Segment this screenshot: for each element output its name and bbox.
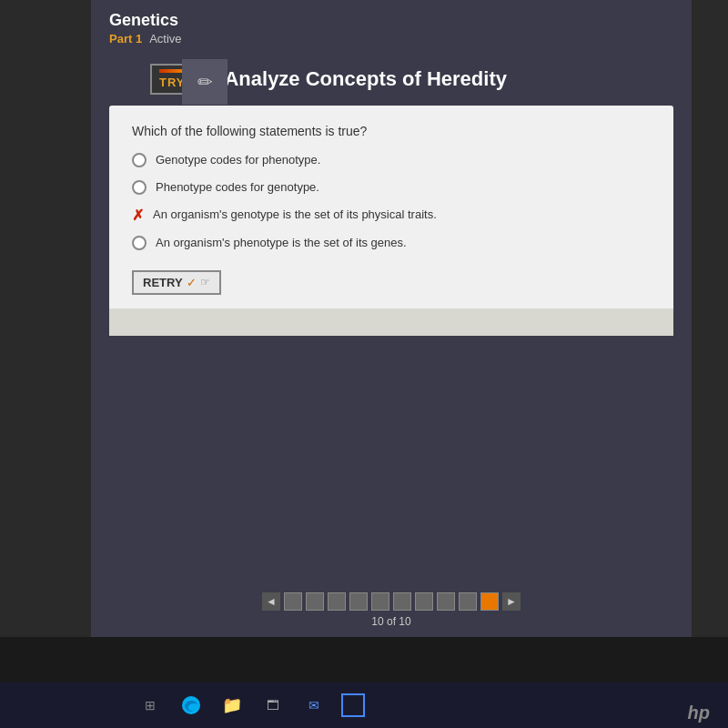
- header-subtitle: Part 1 Active: [109, 32, 673, 46]
- nav-dot-7[interactable]: [415, 592, 433, 611]
- question-text: Which of the following statements is tru…: [132, 124, 651, 138]
- nav-dot-4[interactable]: [349, 592, 368, 611]
- option-text-2: Phenotype codes for genotype.: [156, 179, 319, 196]
- hp-logo: hp: [688, 703, 710, 723]
- navigation-bar: ◄ ► 10 of 10: [91, 583, 692, 637]
- retry-check-icon: ✓: [187, 276, 197, 289]
- wrong-answer-icon: ✗: [132, 207, 144, 224]
- part-label: Part 1: [109, 32, 142, 46]
- pencil-icon-area: ✏: [182, 59, 228, 105]
- status-label: Active: [149, 32, 181, 46]
- nav-dot-9[interactable]: [459, 592, 477, 611]
- option-row-2[interactable]: Phenotype codes for genotype.: [132, 179, 651, 196]
- banner-title: Analyze Concepts of Heredity: [224, 67, 507, 91]
- taskbar-icon-system[interactable]: 🗔: [259, 692, 287, 719]
- radio-option-4[interactable]: [132, 236, 147, 250]
- retry-label: RETRY: [143, 276, 183, 289]
- taskbar-icon-app[interactable]: [341, 693, 365, 717]
- prev-button[interactable]: ◄: [262, 592, 280, 611]
- nav-dots-container: ◄ ►: [262, 592, 521, 611]
- option-text-4: An organism's phenotype is the set of it…: [156, 235, 407, 251]
- taskbar-icon-edge[interactable]: [177, 692, 205, 719]
- pencil-icon: ✏: [197, 71, 213, 93]
- radio-option-2[interactable]: [132, 180, 147, 195]
- try-it-banner: TRY IT Analyze Concepts of Heredity: [91, 53, 692, 106]
- nav-dot-6[interactable]: [393, 592, 411, 611]
- taskbar: ⊞ 📁 🗔 ✉: [0, 682, 728, 728]
- option-row-4[interactable]: An organism's phenotype is the set of it…: [132, 235, 651, 251]
- nav-dot-8[interactable]: [437, 592, 455, 611]
- content-area: Genetics Part 1 Active ✏ TRY IT Analyze …: [91, 0, 692, 637]
- quiz-card: Which of the following statements is tru…: [109, 106, 673, 336]
- header: Genetics Part 1 Active: [91, 0, 692, 53]
- card-bottom-divider: [109, 308, 673, 336]
- option-row-3[interactable]: ✗ An organism's genotype is the set of i…: [132, 207, 651, 224]
- cursor-icon: ☞: [200, 276, 210, 288]
- nav-dot-10[interactable]: [480, 592, 499, 611]
- nav-dot-1[interactable]: [284, 592, 302, 611]
- option-text-1: Genotype codes for phenotype.: [156, 152, 320, 168]
- page-count: 10 of 10: [371, 615, 410, 628]
- nav-dot-5[interactable]: [371, 592, 389, 611]
- retry-button[interactable]: RETRY ✓ ☞: [132, 270, 221, 295]
- next-button[interactable]: ►: [502, 592, 521, 611]
- taskbar-icon-folder[interactable]: 📁: [218, 692, 246, 719]
- option-text-3: An organism's genotype is the set of its…: [153, 207, 437, 223]
- taskbar-icon-windows[interactable]: ⊞: [136, 692, 164, 719]
- option-row-1[interactable]: Genotype codes for phenotype.: [132, 152, 651, 168]
- nav-dot-2[interactable]: [306, 592, 324, 611]
- taskbar-icon-mail[interactable]: ✉: [300, 692, 328, 719]
- radio-option-1[interactable]: [132, 153, 147, 167]
- course-title: Genetics: [109, 11, 673, 30]
- nav-dot-3[interactable]: [328, 592, 346, 611]
